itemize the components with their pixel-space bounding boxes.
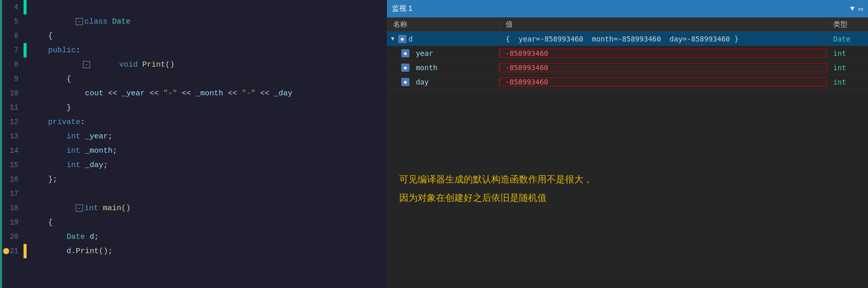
line-number-19: 19 bbox=[2, 218, 24, 227]
line-content-12: private: bbox=[27, 118, 391, 127]
line-number-11: 11 bbox=[2, 104, 24, 112]
debug-info-text-1: 可见编译器生成的默认构造函数作用不是很大， bbox=[399, 170, 856, 189]
debug-table-header: 名称 值 类型 bbox=[387, 17, 868, 32]
code-line-19: 19 { bbox=[2, 215, 391, 230]
debug-row-type-month: int bbox=[827, 64, 868, 72]
line-number-18: 18 bbox=[2, 204, 24, 212]
debug-header-controls: ▼ ▭ bbox=[850, 5, 863, 13]
code-line-13: 13 int _year; bbox=[2, 129, 391, 143]
line-number-8: 8 bbox=[2, 60, 24, 69]
code-line-5: 5 -class Date bbox=[2, 14, 391, 29]
debug-close-button[interactable]: ▭ bbox=[859, 5, 863, 13]
line-number-10: 10 bbox=[2, 89, 24, 97]
expand-arrow-d[interactable]: ▼ bbox=[391, 35, 396, 42]
code-lines: 4 5 -class Date 6 { 7 bbox=[2, 0, 391, 288]
var-icon-month: ● bbox=[401, 64, 409, 72]
debug-info-area: 可见编译器生成的默认构造函数作用不是很大， 因为对象在创建好之后依旧是随机值 bbox=[387, 89, 868, 288]
line-number-16: 16 bbox=[2, 175, 24, 183]
line-number-17: 17 bbox=[2, 190, 24, 198]
line-content-6: { bbox=[27, 32, 391, 40]
fold-icon-5[interactable]: - bbox=[76, 18, 83, 25]
debug-info-text-2: 因为对象在创建好之后依旧是随机值 bbox=[399, 189, 856, 207]
breakpoint-icon bbox=[3, 248, 9, 254]
line-content-14: int _month; bbox=[27, 147, 391, 155]
line-content-20: Date d; bbox=[27, 233, 391, 241]
code-line-14: 14 int _month; bbox=[2, 143, 391, 158]
line-number-4: 4 bbox=[2, 3, 24, 11]
line-content-19: { bbox=[27, 218, 391, 227]
debug-row-name-year: ● _year bbox=[387, 49, 500, 57]
debug-row-month[interactable]: ● _month -858993460 int bbox=[387, 60, 868, 75]
code-editor: 4 5 -class Date 6 { 7 bbox=[2, 0, 391, 288]
debug-row-type-d: Date bbox=[827, 35, 868, 43]
code-line-16: 16 }; bbox=[2, 172, 391, 187]
debug-row-type-year: int bbox=[827, 49, 868, 57]
code-line-18: 18 -int main() bbox=[2, 201, 391, 215]
debug-panel-title: 监视 1 bbox=[392, 4, 413, 13]
code-line-21: 21 d.Print(); bbox=[2, 244, 391, 258]
var-icon-year: ● bbox=[401, 49, 409, 57]
col-header-name: 名称 bbox=[387, 20, 500, 29]
code-line-6: 6 { bbox=[2, 29, 391, 43]
code-line-20: 20 Date d; bbox=[2, 230, 391, 244]
code-line-8: 8 - void Print() bbox=[2, 57, 391, 72]
debug-row-name-month: ● _month bbox=[387, 64, 500, 72]
line-content-9: { bbox=[27, 75, 391, 84]
line-content-15: int _day; bbox=[27, 161, 391, 170]
line-content-13: int _year; bbox=[27, 132, 391, 141]
fold-icon-8[interactable]: - bbox=[83, 61, 90, 68]
line-content-21: d.Print(); bbox=[27, 247, 391, 256]
debug-row-name-d: ▼ ● d bbox=[387, 35, 500, 43]
fold-icon-18[interactable]: - bbox=[76, 204, 83, 212]
line-content-16: }; bbox=[27, 175, 391, 184]
code-line-15: 15 int _day; bbox=[2, 158, 391, 172]
debug-row-name-day: ● _day bbox=[387, 78, 500, 86]
var-icon-day: ● bbox=[401, 78, 409, 86]
main-container: 4 5 -class Date 6 { 7 bbox=[0, 0, 868, 288]
line-number-12: 12 bbox=[2, 118, 24, 126]
debug-row-year[interactable]: ● _year -858993460 int bbox=[387, 46, 868, 60]
debug-row-value-year: -858993460 bbox=[500, 49, 827, 58]
line-number-15: 15 bbox=[2, 161, 24, 169]
debug-row-value-month: -858993460 bbox=[500, 63, 827, 72]
debug-panel: 监视 1 ▼ ▭ 名称 值 类型 ▼ ● d { _year=-85899346… bbox=[387, 0, 868, 288]
code-line-11: 11 } bbox=[2, 100, 391, 115]
line-number-6: 6 bbox=[2, 32, 24, 40]
line-content-10: cout << _year << "-" << _month << "-" <<… bbox=[27, 89, 391, 98]
line-number-9: 9 bbox=[2, 75, 24, 83]
line-number-21: 21 bbox=[2, 247, 24, 255]
debug-row-day[interactable]: ● _day -858993460 int bbox=[387, 75, 868, 89]
debug-row-type-day: int bbox=[827, 78, 868, 86]
line-content-11: } bbox=[27, 104, 391, 112]
code-line-12: 12 private: bbox=[2, 115, 391, 129]
code-line-10: 10 cout << _year << "-" << _month << "-"… bbox=[2, 86, 391, 100]
line-number-14: 14 bbox=[2, 147, 24, 155]
debug-row-d[interactable]: ▼ ● d { _year=-858993460 _month=-8589934… bbox=[387, 32, 868, 46]
var-icon-d: ● bbox=[398, 35, 406, 43]
line-number-13: 13 bbox=[2, 132, 24, 140]
code-line-9: 9 { bbox=[2, 72, 391, 86]
line-number-20: 20 bbox=[2, 233, 24, 241]
debug-dropdown-button[interactable]: ▼ bbox=[850, 5, 854, 13]
line-number-5: 5 bbox=[2, 17, 24, 26]
line-number-7: 7 bbox=[2, 46, 24, 54]
col-header-value: 值 bbox=[500, 20, 827, 29]
debug-row-value-d: { _year=-858993460 _month=-858993460 _da… bbox=[500, 35, 827, 43]
debug-panel-header: 监视 1 ▼ ▭ bbox=[387, 0, 868, 17]
debug-table-body: ▼ ● d { _year=-858993460 _month=-8589934… bbox=[387, 32, 868, 89]
debug-row-value-day: -858993460 bbox=[500, 77, 827, 87]
col-header-type: 类型 bbox=[827, 20, 868, 29]
